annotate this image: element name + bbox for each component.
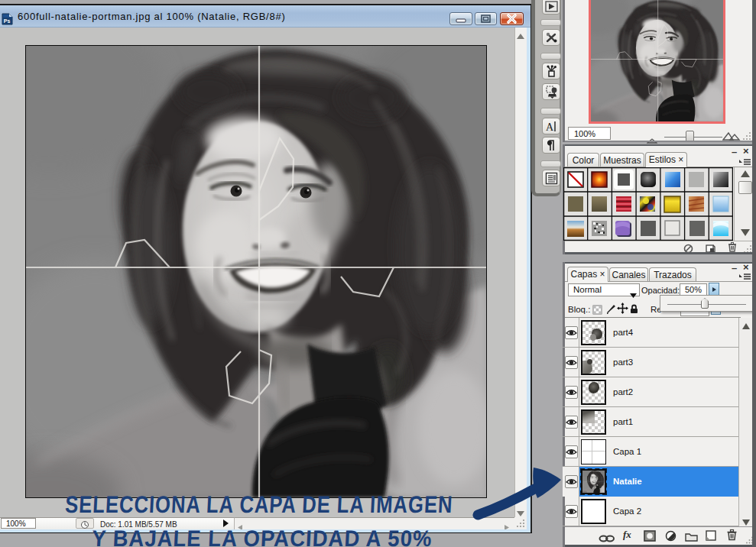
svg-text:Ps: Ps <box>4 18 11 24</box>
svg-text:A: A <box>546 121 554 133</box>
